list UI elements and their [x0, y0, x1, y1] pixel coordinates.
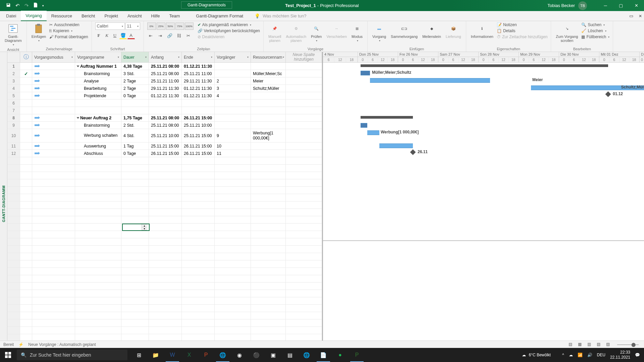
copy-button[interactable]: ⎘Kopieren▾ [49, 28, 88, 33]
edge-2-icon[interactable]: 🌐 [299, 348, 315, 362]
table-row[interactable] [7, 253, 322, 260]
close-button[interactable]: ✕ [629, 0, 644, 11]
pct-75-button[interactable]: 75% [175, 22, 184, 30]
table-row[interactable] [7, 224, 322, 231]
split-button[interactable]: ✂ [185, 32, 192, 39]
app-icon-1[interactable]: ▣ [265, 348, 281, 362]
project-icon[interactable]: P [349, 348, 365, 362]
app-icon-2[interactable]: ▤ [282, 348, 298, 362]
table-row[interactable] [7, 275, 322, 283]
tab-help[interactable]: Hilfe [147, 11, 165, 21]
col-info[interactable]: ⓘ [20, 52, 32, 62]
table-row[interactable] [7, 238, 322, 246]
table-row[interactable]: 12Abschluss0 Tage26.11.21 15:0026.11.21 … [7, 150, 322, 157]
gantt-bar-3[interactable] [370, 78, 490, 83]
auto-schedule-button[interactable]: ⚙Automatisch planen [285, 22, 308, 43]
table-row[interactable] [7, 187, 322, 194]
table-row[interactable] [7, 216, 322, 224]
view-report[interactable]: ▨ [606, 342, 613, 348]
gantt-milestone-5[interactable] [605, 92, 611, 97]
tab-project[interactable]: Projekt [100, 11, 122, 21]
language-indicator[interactable]: DEU [597, 353, 605, 357]
insert-deliverable-button[interactable]: 📦Lieferung [444, 22, 463, 39]
inspect-button[interactable]: 🔍Prüfen▾ [310, 22, 323, 43]
table-row[interactable] [7, 165, 322, 172]
col-start[interactable]: Anfang▾ [149, 52, 182, 62]
gantt-summary-1[interactable] [361, 64, 608, 67]
start-button[interactable] [0, 348, 16, 362]
redo-icon[interactable]: ↷ [24, 3, 29, 9]
gantt-bar-10[interactable] [367, 130, 379, 135]
table-row[interactable]: 8Neuer Auftrag 21,75 Tage25.11.21 08:002… [7, 114, 322, 122]
taskbar-search[interactable]: 🔍 Zur Suche Text hier eingeben [17, 350, 127, 360]
table-row[interactable] [7, 179, 322, 187]
gantt-bar-11[interactable] [379, 143, 413, 148]
col-predecessors[interactable]: Vorgänger▾ [215, 52, 251, 62]
spotify-icon[interactable]: ● [332, 348, 348, 362]
view-resource[interactable]: ▧ [596, 342, 604, 348]
table-row[interactable] [7, 201, 322, 209]
col-name[interactable]: Vorgangsname▾ [75, 52, 121, 62]
wifi-icon[interactable]: 📶 [578, 353, 583, 357]
table-row[interactable]: 10Werbung schalten4 Std.25.11.21 10:0025… [7, 129, 322, 142]
ribbon-display-options[interactable]: ▭ [629, 13, 633, 18]
user-avatar[interactable]: TB [578, 1, 587, 10]
fill-button[interactable]: ▦Füllbereich▾ [581, 35, 609, 39]
undo-icon[interactable]: ↶ [15, 3, 20, 9]
italic-button[interactable]: K [103, 32, 111, 39]
format-painter-button[interactable]: 🖌Format übertragen [49, 35, 88, 39]
new-icon[interactable] [34, 3, 38, 9]
clock[interactable]: 22:3322.11.2021 [610, 350, 630, 360]
table-row[interactable]: 11Auswertung1 Tag25.11.21 15:0026.11.21 … [7, 142, 322, 150]
volume-icon[interactable]: 🔊 [587, 353, 592, 357]
gantt-bar-9[interactable] [361, 123, 367, 128]
table-row[interactable]: 7 [7, 107, 322, 114]
clear-button[interactable]: 🧹Löschen▾ [581, 28, 609, 33]
table-row[interactable] [7, 231, 322, 238]
col-index[interactable] [7, 52, 20, 62]
unlink-button[interactable]: ⛓ [175, 32, 183, 39]
mode-button[interactable]: ⊞Modus▾ [350, 22, 364, 43]
maximize-button[interactable]: ▢ [613, 0, 629, 11]
bold-button[interactable]: F [95, 32, 103, 39]
table-row[interactable] [7, 172, 322, 179]
underline-button[interactable]: U [111, 32, 119, 39]
table-row[interactable]: 5Projektende0 Tage01.12.21 11:3001.12.21… [7, 92, 322, 100]
indent-button[interactable]: ⇥ [157, 32, 164, 39]
table-row[interactable]: 2✓Brainstorming3 Std.25.11.21 08:0025.11… [7, 70, 322, 77]
notepad-icon[interactable]: 📄 [315, 348, 331, 362]
scroll-to-task-button[interactable]: ↘Zum Vorgang scrollen [554, 22, 579, 43]
pct-100-button[interactable]: 100% [185, 22, 194, 30]
col-add-new[interactable]: Neue Spalte hinzufügen [286, 52, 322, 62]
table-row[interactable] [7, 319, 322, 327]
pct-25-button[interactable]: 25% [157, 22, 165, 30]
tab-task[interactable]: Vorgang [21, 11, 46, 21]
task-view-button[interactable]: ⊞ [131, 348, 147, 362]
tab-resource[interactable]: Ressource [47, 11, 77, 21]
tray-chevron[interactable]: ^ [562, 353, 564, 357]
mark-ontrack-button[interactable]: ✔Als plangemäß markieren▾ [198, 22, 260, 27]
chrome-icon[interactable]: ◉ [231, 348, 248, 362]
table-row[interactable] [7, 246, 322, 253]
weather-widget[interactable]: ☁6°C Bewölkt [522, 353, 551, 357]
table-row[interactable] [7, 312, 322, 319]
table-row[interactable] [7, 268, 322, 275]
edge-icon[interactable]: 🌐 [215, 348, 231, 362]
table-row[interactable] [7, 290, 322, 297]
pct-0-button[interactable]: 0% [147, 22, 156, 30]
excel-icon[interactable]: X [181, 348, 197, 362]
view-team[interactable]: ▥ [587, 342, 594, 348]
gantt-view-button[interactable]: Gantt- Diagramm▾ [3, 22, 23, 47]
table-row[interactable] [7, 209, 322, 216]
tab-view[interactable]: Ansicht [123, 11, 147, 21]
outdent-button[interactable]: ⇤ [147, 32, 155, 39]
view-bar[interactable]: GANTT-DIAGRAMM [0, 52, 7, 355]
link-button[interactable]: 🔗 [166, 32, 173, 39]
notes-button[interactable]: 📝Notizen [497, 22, 547, 27]
details-button[interactable]: 📋Details [497, 28, 547, 33]
obs-icon[interactable]: ⚫ [248, 348, 264, 362]
table-row[interactable] [7, 305, 322, 312]
view-usage[interactable]: ▦ [578, 342, 585, 348]
font-color-button[interactable]: A [127, 32, 135, 39]
ribbon-close[interactable]: ✕ [639, 14, 642, 18]
